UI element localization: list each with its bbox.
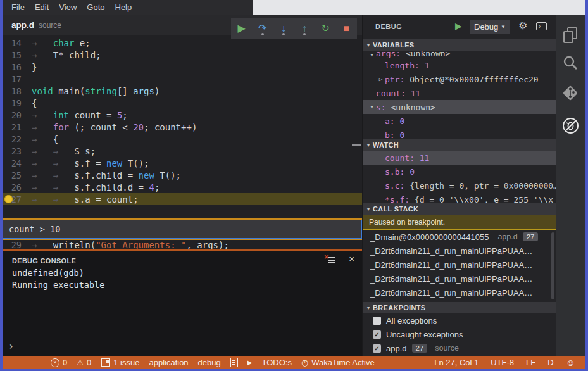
code-line[interactable]: 17 <box>3 73 362 85</box>
statusbar-item-0[interactable]: 0 <box>51 358 67 367</box>
code-line[interactable]: 16} <box>3 61 362 73</box>
variable-row[interactable]: ▾args: <unknown> <box>363 51 556 58</box>
menu-item-file[interactable]: File <box>6 3 30 12</box>
variable-row[interactable]: a: 0 <box>363 114 556 128</box>
call-stack-frame[interactable]: _D2rt6dmain211_d_run_mainUiPPaPUAA… <box>363 286 556 299</box>
editor-scrollbar[interactable] <box>351 37 362 261</box>
statusbar-item-smiley-icon[interactable] <box>566 357 575 368</box>
line-number[interactable]: 15 <box>3 50 22 60</box>
watch-row[interactable]: count: 11 <box>363 151 556 165</box>
variable-row[interactable]: length: 1 <box>363 58 556 72</box>
breakpoint-row[interactable]: ✓app.d27source <box>363 341 556 355</box>
call-stack-frame[interactable]: _D2rt6dmain211_d_run_mainUiPPaPUAA… <box>363 244 556 258</box>
watch-section-header[interactable]: ▾WATCH <box>363 139 556 151</box>
breakpoints-section-header[interactable]: ▾BREAKPOINTS <box>363 302 556 313</box>
code-line[interactable]: 21→ for (; count < 20; count++) <box>3 121 362 133</box>
line-number[interactable]: 29 <box>3 240 22 250</box>
breakpoint-row[interactable]: All exceptions <box>363 313 556 327</box>
variable-row[interactable]: ▾s: <unknown> <box>363 100 556 114</box>
search-icon[interactable] <box>562 54 580 72</box>
code-line[interactable]: 15→ T* child; <box>3 49 362 61</box>
code-line[interactable]: 23→ → S s; <box>3 145 362 157</box>
call-stack-scrollbar[interactable] <box>551 232 554 299</box>
line-number[interactable]: 24 <box>3 158 22 168</box>
step-over-icon[interactable]: ↷ <box>255 21 270 36</box>
variables-section-header[interactable]: ▾VARIABLES <box>363 39 556 51</box>
statusbar-item-ln-27-col-1[interactable]: Ln 27, Col 1 <box>434 358 479 367</box>
continue-icon[interactable]: ▶ <box>234 21 249 36</box>
breakpoint-checkbox[interactable]: ✓ <box>373 330 381 339</box>
line-number[interactable]: 25 <box>3 170 22 180</box>
debug-icon[interactable] <box>562 117 580 135</box>
code-token: (; count < <box>69 122 133 132</box>
restart-icon[interactable]: ↻ <box>318 21 333 36</box>
statusbar-item-file-icon[interactable] <box>230 358 238 367</box>
clear-console-icon[interactable]: × <box>327 255 337 264</box>
tab-app-d[interactable]: app.d source <box>11 15 61 35</box>
menu-item-view[interactable]: View <box>54 3 82 12</box>
close-console-icon[interactable]: × <box>349 253 354 264</box>
statusbar-item-application[interactable]: application <box>149 358 188 367</box>
line-number[interactable]: 16 <box>3 62 22 72</box>
statusbar-item-play-icon[interactable] <box>247 359 253 366</box>
watch-row[interactable]: s.c: {length = 0, ptr = 0x00000000… <box>363 179 556 192</box>
statusbar-item-debug[interactable]: debug <box>198 358 221 367</box>
statusbar-item-wakatime-active[interactable]: WakaTime Active <box>301 358 375 367</box>
file-icon <box>230 358 238 367</box>
code-line[interactable]: 24→ → s.f = new T(); <box>3 157 362 169</box>
code-line[interactable]: 22→ { <box>3 133 362 145</box>
line-number[interactable]: 22 <box>3 134 22 144</box>
menu-item-goto[interactable]: Goto <box>82 3 109 12</box>
git-icon[interactable] <box>562 85 580 103</box>
breakpoint-row[interactable]: ✓Uncaught exceptions <box>363 327 556 341</box>
code-text: → for (; count < 20; count++) <box>32 122 197 132</box>
call-stack-frame[interactable]: _Dmain@0x0000000000441055app.d27 <box>363 230 556 244</box>
line-number[interactable]: 20 <box>3 110 22 120</box>
code-line[interactable]: 20→ int count = 5; <box>3 109 362 121</box>
statusbar-item-lf[interactable]: LF <box>526 358 535 367</box>
console-prompt[interactable]: › <box>8 341 14 352</box>
open-console-icon[interactable]: › <box>536 22 547 30</box>
call-stack-frame[interactable]: _D2rt6dmain211_d_run_mainUiPPaPUAA… <box>363 272 556 286</box>
step-out-icon[interactable]: ↑ <box>297 21 312 36</box>
stop-icon[interactable]: ■ <box>339 21 354 36</box>
call-stack-frame[interactable]: _D2rt6dmain211_d_run_mainUiPPaPUAA… <box>363 258 556 272</box>
breakpoint-condition-input[interactable]: count > 10 <box>3 220 362 239</box>
code-line[interactable]: 18void main(string[] args) <box>3 85 362 97</box>
gear-icon[interactable]: ⚙ <box>518 20 527 32</box>
watch-row[interactable]: s.b: 0 <box>363 165 556 179</box>
variable-row[interactable]: b: 0 <box>363 128 556 139</box>
line-number[interactable]: 26 <box>3 182 22 192</box>
warning-icon <box>77 358 84 367</box>
statusbar-label: Ln 27, Col 1 <box>434 358 479 367</box>
code-text: → T* child; <box>32 50 101 60</box>
breakpoint-checkbox[interactable] <box>373 317 381 325</box>
statusbar-item-todo-s[interactable]: TODO:s <box>261 358 291 367</box>
menu-item-help[interactable]: Help <box>110 3 137 12</box>
code-line[interactable]: 26→ → s.f.child.d = 4; <box>3 181 362 193</box>
step-into-icon[interactable]: ↓ <box>276 21 291 36</box>
code-line[interactable]: 27→ → s.a = count; <box>3 193 362 205</box>
statusbar-item-1-issue[interactable]: 1 issue <box>101 358 139 367</box>
start-debug-icon[interactable]: ▶ <box>455 21 462 31</box>
statusbar-item-0[interactable]: 0 <box>77 358 91 367</box>
statusbar-item-utf-8[interactable]: UTF-8 <box>491 358 514 367</box>
debug-config-dropdown[interactable]: Debug ▼ <box>470 20 510 34</box>
menu-item-edit[interactable]: Edit <box>30 3 54 12</box>
files-icon[interactable] <box>562 27 580 44</box>
watch-row[interactable]: *s.f: {d = 0 '\\x00', e = 255 '\\x <box>363 192 556 203</box>
call-stack-section-header[interactable]: ▾CALL STACK <box>363 203 556 215</box>
variable-row[interactable]: ▷ptr: Object@*0x00007fffffffec20 <box>363 72 556 86</box>
line-number[interactable]: 23 <box>3 146 22 156</box>
statusbar-item-d[interactable]: D <box>547 358 553 367</box>
line-number[interactable]: 21 <box>3 122 22 132</box>
code-line[interactable]: 25→ → s.f.child = new T(); <box>3 169 362 181</box>
line-number[interactable]: 17 <box>3 74 22 84</box>
line-number[interactable]: 14 <box>3 38 22 48</box>
code-line[interactable]: 19{ <box>3 97 362 109</box>
breakpoint-checkbox[interactable]: ✓ <box>373 344 381 353</box>
breakpoint-icon[interactable] <box>4 195 13 203</box>
line-number[interactable]: 19 <box>3 98 22 108</box>
line-number[interactable]: 18 <box>3 86 22 96</box>
variable-row[interactable]: count: 11 <box>363 86 556 100</box>
